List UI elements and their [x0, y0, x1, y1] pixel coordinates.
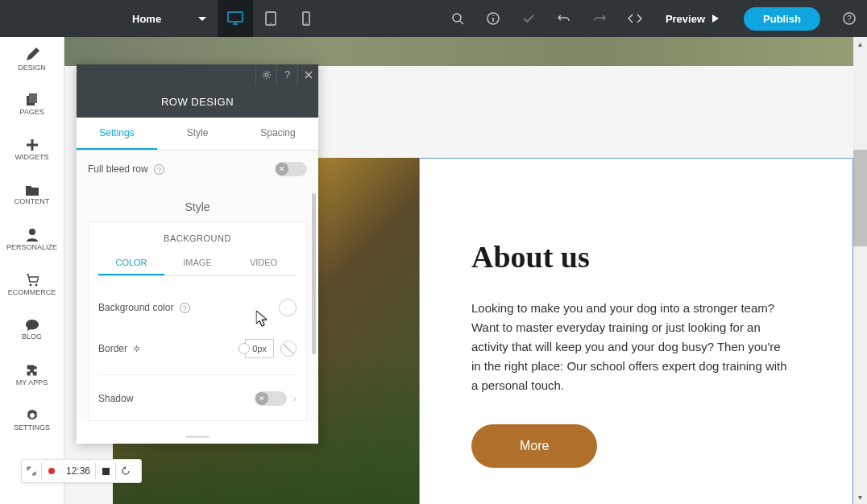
- sidebar-item-label: MY APPS: [16, 378, 48, 386]
- recording-indicator: [42, 459, 61, 483]
- chat-icon: [26, 320, 39, 331]
- check-button[interactable]: [511, 0, 546, 37]
- svg-rect-15: [102, 468, 110, 475]
- bg-color-label: Background color: [98, 302, 173, 313]
- sidebar-item-myapps[interactable]: MY APPS: [0, 353, 64, 398]
- panel-scrollbar[interactable]: [312, 193, 316, 354]
- sidebar-item-personalize[interactable]: PERSONALIZE: [0, 217, 64, 262]
- sidebar-item-label: CONTENT: [15, 197, 50, 205]
- background-card: BACKGROUND COLOR IMAGE VIDEO Background …: [88, 221, 307, 421]
- preview-label: Preview: [666, 13, 705, 25]
- help-icon[interactable]: ?: [154, 164, 164, 175]
- info-button[interactable]: [475, 0, 511, 37]
- redo-button[interactable]: [582, 0, 617, 37]
- about-paragraph[interactable]: Looking to make you and your dog into a …: [471, 299, 788, 395]
- svg-rect-0: [228, 12, 243, 22]
- sidebar-item-settings[interactable]: SETTINGS: [0, 398, 64, 443]
- panel-help-button[interactable]: ?: [276, 64, 297, 85]
- stop-recording-button[interactable]: [96, 459, 115, 483]
- background-heading: BACKGROUND: [98, 233, 297, 243]
- sidebar-item-blog[interactable]: BLOG: [0, 308, 64, 353]
- undo-button[interactable]: [546, 0, 582, 37]
- bg-color-swatch[interactable]: [279, 299, 297, 316]
- panel-resize-grip[interactable]: [77, 429, 318, 444]
- dev-mode-button[interactable]: [617, 0, 653, 37]
- more-button-label: More: [520, 439, 549, 452]
- code-icon: [628, 13, 642, 24]
- search-button[interactable]: [440, 0, 475, 37]
- slider-knob[interactable]: [239, 343, 250, 354]
- full-bleed-toggle[interactable]: ✕: [275, 162, 307, 176]
- about-text-column[interactable]: About us Looking to make you and your do…: [419, 158, 853, 504]
- full-bleed-row: Full bleed row ? ✕: [88, 151, 307, 188]
- shadow-toggle[interactable]: ✕: [255, 391, 287, 406]
- chevron-down-icon: [198, 17, 206, 21]
- scroll-thumb[interactable]: [853, 150, 867, 246]
- restart-recording-button[interactable]: [116, 459, 135, 483]
- info-icon: [487, 12, 500, 25]
- person-icon: [27, 229, 38, 242]
- subtab-image[interactable]: IMAGE: [164, 251, 230, 275]
- sidebar-item-widgets[interactable]: WIDGETS: [0, 127, 64, 172]
- toggle-knob-off: ✕: [276, 163, 288, 176]
- mobile-device-button[interactable]: [288, 0, 324, 37]
- border-label: Border: [98, 343, 127, 354]
- svg-rect-10: [29, 93, 37, 103]
- sidebar-item-design[interactable]: DESIGN: [0, 37, 64, 82]
- desktop-device-button[interactable]: [218, 0, 253, 37]
- recording-bar: 12:36: [21, 459, 142, 483]
- background-subtabs: COLOR IMAGE VIDEO: [98, 251, 297, 276]
- sidebar-item-ecommerce[interactable]: ECOMMERCE: [0, 262, 64, 308]
- tab-settings[interactable]: Settings: [77, 118, 157, 150]
- sidebar-item-label: BLOG: [22, 333, 42, 341]
- preview-button[interactable]: Preview: [653, 0, 732, 37]
- panel-title: ROW DESIGN: [77, 85, 318, 118]
- topbar-spacer: [0, 0, 121, 37]
- divider: [98, 374, 297, 375]
- svg-point-14: [265, 73, 268, 76]
- tablet-device-button[interactable]: [253, 0, 288, 37]
- pencil-icon: [25, 48, 39, 62]
- help-icon[interactable]: ?: [180, 303, 190, 313]
- gear-icon: [262, 70, 272, 80]
- check-icon: [522, 12, 535, 25]
- pages-icon: [26, 93, 39, 106]
- panel-settings-button[interactable]: [255, 64, 276, 85]
- svg-point-11: [29, 229, 35, 235]
- publish-button[interactable]: Publish: [744, 7, 820, 31]
- subtab-video[interactable]: VIDEO: [230, 251, 297, 275]
- tab-spacing[interactable]: Spacing: [238, 118, 318, 150]
- row-design-panel: ? ROW DESIGN Settings Style Spacing Full…: [77, 64, 318, 444]
- folder-icon: [26, 184, 39, 196]
- close-icon: [305, 71, 313, 79]
- gear-icon[interactable]: ✲: [133, 344, 140, 353]
- sidebar-item-label: ECOMMERCE: [8, 288, 56, 296]
- more-button[interactable]: More: [471, 424, 597, 468]
- plus-icon: [26, 138, 39, 151]
- page-selector[interactable]: Home: [121, 0, 218, 37]
- border-reset-button[interactable]: [280, 341, 297, 357]
- scroll-up-arrow[interactable]: ▴: [853, 37, 867, 51]
- sidebar-item-label: SETTINGS: [14, 423, 50, 432]
- tab-style[interactable]: Style: [157, 118, 238, 150]
- sidebar-item-content[interactable]: CONTENT: [0, 172, 64, 217]
- sidebar-item-label: PERSONALIZE: [6, 243, 57, 251]
- desktop-icon: [227, 11, 243, 26]
- sidebar-item-pages[interactable]: PAGES: [0, 82, 64, 127]
- page-selector-label: Home: [132, 13, 161, 25]
- about-heading[interactable]: About us: [471, 239, 788, 275]
- record-dot-icon: [48, 468, 55, 474]
- panel-close-button[interactable]: [297, 64, 318, 85]
- vertical-scrollbar[interactable]: ▴ ▾: [853, 37, 867, 504]
- play-icon: [711, 14, 720, 23]
- svg-point-5: [453, 14, 461, 22]
- redo-icon: [593, 12, 606, 25]
- rec-toggle-button[interactable]: [22, 459, 41, 483]
- cart-icon: [26, 274, 39, 287]
- subtab-color[interactable]: COLOR: [98, 251, 164, 275]
- scroll-down-arrow[interactable]: ▾: [853, 490, 867, 504]
- tablet-icon: [265, 11, 276, 26]
- help-button[interactable]: ?: [832, 0, 867, 37]
- cursor-pointer: [256, 311, 268, 330]
- chevron-right-icon[interactable]: ›: [293, 393, 297, 404]
